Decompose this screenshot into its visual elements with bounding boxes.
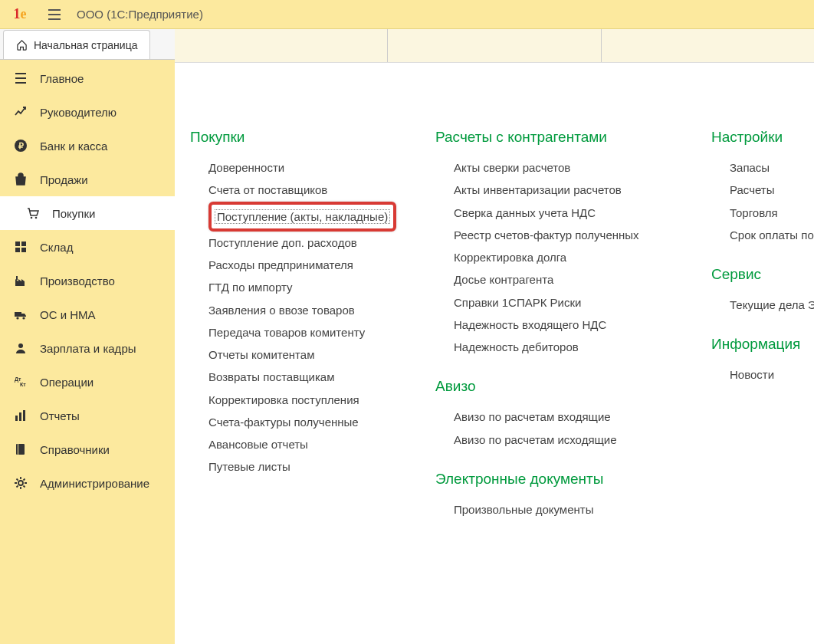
- sidebar-item-8[interactable]: Зарплата и кадры: [0, 331, 175, 365]
- section-title[interactable]: Сервис: [711, 266, 814, 283]
- menu-item[interactable]: Доверенности: [208, 156, 389, 179]
- factory-icon: [14, 274, 28, 288]
- sidebar-item-label: Производство: [40, 274, 115, 288]
- menu-item[interactable]: Досье контрагента: [454, 268, 665, 291]
- menu-item-label: Поступление (акты, накладные): [215, 209, 390, 224]
- svg-rect-6: [15, 248, 20, 252]
- sidebar-item-label: Руководителю: [40, 106, 117, 119]
- section-items: ДоверенностиСчета от поставщиковПоступле…: [190, 156, 389, 478]
- sidebar-item-3[interactable]: Продажи: [0, 163, 175, 196]
- section-items: Текущие дела ЭДО: [711, 294, 814, 316]
- menu-item[interactable]: Новости: [730, 363, 814, 386]
- section: НастройкиЗапасыРасчетыТорговляСрок оплат…: [711, 129, 814, 246]
- svg-rect-19: [18, 444, 18, 455]
- section-items: Авизо по расчетам входящиеАвизо по расче…: [435, 406, 665, 451]
- menu-item[interactable]: ГТД по импорту: [208, 276, 389, 298]
- section-title[interactable]: Настройки: [711, 129, 814, 146]
- section: Электронные документыПроизвольные докуме…: [435, 471, 665, 521]
- section-items: Акты сверки расчетовАкты инвентаризации …: [435, 156, 665, 358]
- svg-text:Кт: Кт: [20, 382, 26, 387]
- menu-item[interactable]: Авансовые отчеты: [208, 433, 389, 455]
- svg-point-11: [22, 317, 25, 319]
- book-icon: [14, 442, 28, 456]
- sidebar-item-10[interactable]: Отчеты: [0, 399, 175, 432]
- truck-icon: [14, 307, 28, 321]
- content-column-2: НастройкиЗапасыРасчетыТорговляСрок оплат…: [711, 129, 814, 540]
- svg-rect-9: [15, 312, 21, 317]
- cart-icon: [26, 206, 40, 220]
- section: АвизоАвизо по расчетам входящиеАвизо по …: [435, 378, 665, 451]
- menu-item[interactable]: Надежность дебиторов: [454, 336, 665, 358]
- ruble-icon: ₽: [14, 139, 28, 153]
- menu-item[interactable]: Срок оплаты постав: [730, 224, 814, 246]
- titlebar: 1e ООО (1С:Предприятие): [0, 0, 814, 29]
- menu-item[interactable]: Возвраты поставщикам: [208, 366, 389, 388]
- menu-item[interactable]: Справки 1СПАРК Риски: [454, 291, 665, 314]
- menu-item[interactable]: Акты сверки расчетов: [454, 156, 665, 179]
- main-menu-button[interactable]: [43, 3, 66, 26]
- menu-item[interactable]: Реестр счетов-фактур полученных: [454, 224, 665, 246]
- menu-item[interactable]: Передача товаров комитенту: [208, 321, 389, 343]
- menu-item[interactable]: Корректировка поступления: [208, 389, 389, 411]
- menu-item[interactable]: Счета от поставщиков: [208, 179, 389, 201]
- gear-icon: [14, 476, 28, 490]
- section-title[interactable]: Расчеты с контрагентами: [435, 129, 665, 146]
- menu-item[interactable]: Отчеты комитентам: [208, 343, 389, 366]
- sidebar-item-4[interactable]: Покупки: [0, 196, 175, 230]
- section: СервисТекущие дела ЭДО: [711, 266, 814, 316]
- top-divider: [175, 29, 814, 63]
- sidebar-item-label: Банк и касса: [40, 140, 107, 153]
- sidebar-item-label: Отчеты: [40, 409, 80, 422]
- menu-item[interactable]: Надежность входящего НДС: [454, 314, 665, 336]
- svg-rect-16: [19, 412, 21, 421]
- svg-rect-4: [15, 242, 20, 246]
- chart-line-icon: [14, 105, 28, 119]
- sidebar-item-label: Продажи: [40, 173, 88, 186]
- menu-item[interactable]: Авизо по расчетам исходящие: [454, 429, 665, 451]
- menu-item[interactable]: Торговля: [730, 202, 814, 224]
- sidebar-item-9[interactable]: ДтКтОперации: [0, 365, 175, 399]
- logo-1c: 1e: [8, 2, 32, 27]
- svg-rect-17: [23, 410, 25, 421]
- section-items: Произвольные документы: [435, 498, 665, 521]
- menu-item[interactable]: Текущие дела ЭДО: [730, 294, 814, 316]
- person-icon: [14, 341, 28, 355]
- menu-item[interactable]: Сверка данных учета НДС: [454, 202, 665, 224]
- sidebar-item-11[interactable]: Справочники: [0, 432, 175, 466]
- menu-item[interactable]: Акты инвентаризации расчетов: [454, 179, 665, 201]
- menu-item[interactable]: Произвольные документы: [454, 498, 665, 521]
- section-title[interactable]: Авизо: [435, 378, 665, 395]
- sidebar-item-6[interactable]: Производство: [0, 264, 175, 297]
- nav-list: ГлавноеРуководителю₽Банк и кассаПродажиП…: [0, 60, 175, 500]
- boxes-icon: [14, 240, 28, 254]
- menu-item[interactable]: Расчеты: [730, 179, 814, 201]
- sidebar-item-7[interactable]: ОС и НМА: [0, 297, 175, 331]
- menu-item[interactable]: Поступление (акты, накладные): [208, 202, 389, 232]
- menu-item[interactable]: Запасы: [730, 156, 814, 179]
- svg-point-3: [35, 217, 38, 219]
- menu-item[interactable]: Счета-фактуры полученные: [208, 411, 389, 433]
- sidebar-item-label: Операции: [40, 376, 94, 389]
- sidebar-item-2[interactable]: ₽Банк и касса: [0, 129, 175, 163]
- menu-item[interactable]: Поступление доп. расходов: [208, 232, 389, 254]
- sidebar-item-12[interactable]: Администрирование: [0, 466, 175, 500]
- sidebar-item-1[interactable]: Руководителю: [0, 95, 175, 129]
- tab-row: Начальная страница: [0, 29, 175, 60]
- svg-rect-15: [15, 416, 18, 421]
- content-column-1: Расчеты с контрагентамиАкты сверки расче…: [435, 129, 665, 540]
- menu-item[interactable]: Корректировка долга: [454, 246, 665, 268]
- home-icon: [16, 39, 28, 51]
- menu-item[interactable]: Авизо по расчетам входящие: [454, 406, 665, 428]
- section-title[interactable]: Информация: [711, 336, 814, 353]
- svg-point-12: [18, 343, 23, 348]
- section-title[interactable]: Покупки: [190, 129, 389, 146]
- section-title[interactable]: Электронные документы: [435, 471, 665, 488]
- menu-item[interactable]: Путевые листы: [208, 455, 389, 478]
- svg-rect-18: [16, 444, 25, 455]
- sidebar: Начальная страница ГлавноеРуководителю₽Б…: [0, 29, 175, 644]
- menu-item[interactable]: Заявления о ввозе товаров: [208, 299, 389, 321]
- sidebar-item-0[interactable]: Главное: [0, 61, 175, 95]
- menu-item[interactable]: Расходы предпринимателя: [208, 254, 389, 276]
- home-tab[interactable]: Начальная страница: [3, 30, 150, 59]
- sidebar-item-5[interactable]: Склад: [0, 230, 175, 264]
